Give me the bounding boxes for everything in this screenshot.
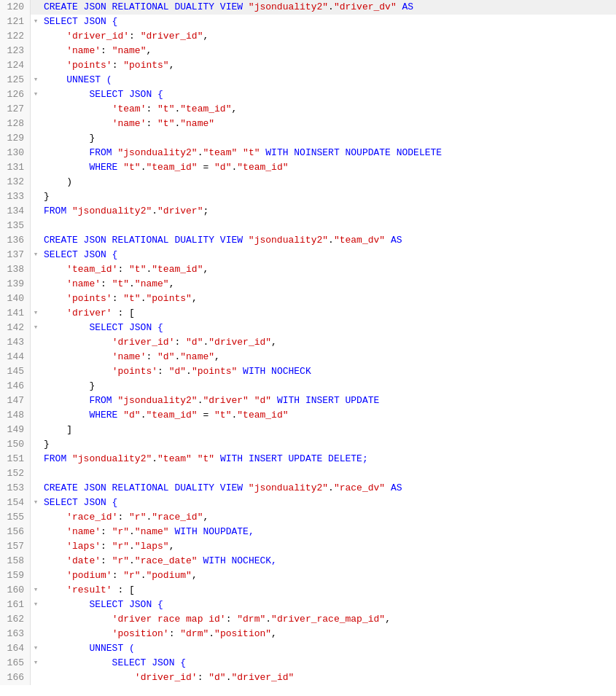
line-number: 121	[0, 15, 31, 29]
fold-indicator	[31, 175, 41, 176]
token: .	[328, 235, 334, 246]
token: "race_dv"	[334, 482, 385, 493]
token: :	[101, 541, 112, 552]
line-number: 129	[0, 131, 31, 146]
token: "t"	[112, 278, 129, 289]
token: .	[152, 206, 157, 216]
token: :	[157, 366, 169, 377]
code-text: 'points': "points",	[41, 58, 616, 73]
line-number: 122	[0, 29, 31, 44]
code-text: 'podium': "r"."podium",	[41, 568, 616, 583]
token: "r"	[123, 570, 140, 581]
code-text: 'name': "name",	[41, 44, 616, 58]
fold-indicator[interactable]: ▾	[31, 321, 41, 334]
fold-indicator[interactable]: ▾	[31, 641, 41, 654]
line-number: 151	[0, 452, 31, 466]
token: "driver_race_map_id"	[271, 614, 385, 625]
code-text: 'points': "d"."points" WITH NOCHECK	[41, 364, 616, 379]
token: CREATE JSON RELATIONAL DUALITY VIEW	[44, 482, 249, 493]
code-line: 148 WHERE "d"."team_id" = "t"."team_id"	[0, 408, 616, 423]
token: "laps"	[135, 541, 169, 552]
token: 'race_id'	[66, 512, 117, 523]
token: ,	[169, 60, 175, 71]
fold-indicator	[31, 117, 41, 117]
token	[44, 555, 66, 566]
fold-indicator[interactable]: ▾	[31, 583, 41, 596]
token: 'driver'	[66, 308, 112, 318]
fold-indicator	[31, 670, 41, 671]
token	[44, 628, 112, 639]
fold-indicator	[31, 58, 41, 59]
token: SELECT JSON {	[44, 322, 163, 333]
token: :	[129, 31, 141, 42]
token: ,	[203, 264, 208, 275]
code-text: }	[41, 189, 616, 204]
token: )	[44, 176, 72, 187]
code-line: 142▾ SELECT JSON {	[0, 321, 616, 335]
token: 'name'	[66, 526, 101, 537]
token: WHERE	[44, 410, 123, 421]
token: "jsonduality2"	[249, 482, 328, 493]
code-text: 'date': "r"."race_date" WITH NOCHECK,	[41, 554, 616, 568]
token	[44, 308, 66, 318]
token: :	[101, 278, 112, 289]
token: "d"	[169, 366, 186, 377]
line-number: 165	[0, 656, 31, 670]
token: :	[112, 570, 124, 581]
code-line: 128 'name': "t"."name"	[0, 117, 616, 131]
token: "race_id"	[152, 512, 203, 523]
fold-indicator[interactable]: ▾	[31, 656, 41, 669]
code-line: 125▾ UNNEST (	[0, 73, 616, 87]
fold-indicator[interactable]: ▾	[31, 496, 41, 509]
token: :	[146, 118, 157, 129]
token: WHERE	[44, 162, 123, 173]
line-number: 146	[0, 379, 31, 394]
token: :	[117, 512, 129, 523]
token: "team_id"	[146, 162, 197, 173]
token: .	[265, 614, 271, 625]
token: "race_date"	[135, 555, 198, 566]
fold-indicator	[31, 233, 41, 234]
code-content: 120 CREATE JSON RELATIONAL DUALITY VIEW …	[0, 0, 616, 696]
token: "t"	[198, 453, 214, 464]
code-line: 127 'team': "t"."team_id",	[0, 102, 616, 117]
code-text: 'team': "t"."team_id",	[41, 102, 616, 117]
fold-indicator[interactable]: ▾	[31, 598, 41, 611]
token	[44, 31, 66, 42]
token: 'name'	[66, 278, 101, 289]
token: "t"	[123, 293, 140, 304]
code-line: 120 CREATE JSON RELATIONAL DUALITY VIEW …	[0, 0, 616, 15]
line-number: 158	[0, 554, 31, 568]
code-text: 'position': "drm"."position",	[41, 627, 616, 641]
code-line: 166 'driver_id': "d"."driver_id"	[0, 670, 616, 685]
token: SELECT JSON {	[44, 497, 117, 508]
token	[44, 526, 66, 537]
code-line: 158 'date': "r"."race_date" WITH NOCHECK…	[0, 554, 616, 568]
fold-indicator[interactable]: ▾	[31, 306, 41, 319]
code-line: 161▾ SELECT JSON {	[0, 598, 616, 612]
fold-indicator	[31, 539, 41, 540]
token: .	[152, 453, 157, 464]
fold-indicator	[31, 394, 41, 394]
code-line: 124 'points': "points",	[0, 58, 616, 73]
token: }	[44, 191, 50, 202]
token: "d"	[186, 337, 203, 348]
line-number: 149	[0, 423, 31, 437]
code-text: SELECT JSON {	[41, 15, 616, 29]
fold-indicator[interactable]: ▾	[31, 248, 41, 261]
code-line: 129 }	[0, 131, 616, 146]
token: "d"	[157, 351, 174, 362]
token: "jsonduality2"	[117, 395, 197, 406]
code-line: 151 FROM "jsonduality2"."team" "t" WITH …	[0, 452, 616, 466]
token: 'driver_id'	[135, 672, 198, 683]
fold-indicator[interactable]: ▾	[31, 15, 41, 28]
code-text: UNNEST (	[41, 641, 616, 656]
code-line: 136 CREATE JSON RELATIONAL DUALITY VIEW …	[0, 233, 616, 248]
token: FROM	[44, 147, 117, 158]
token: ,	[214, 351, 220, 362]
line-number: 135	[0, 219, 31, 233]
fold-indicator[interactable]: ▾	[31, 87, 41, 101]
fold-indicator[interactable]: ▾	[31, 73, 41, 86]
token: SELECT JSON {	[44, 249, 117, 260]
token: "drm"	[180, 628, 208, 639]
